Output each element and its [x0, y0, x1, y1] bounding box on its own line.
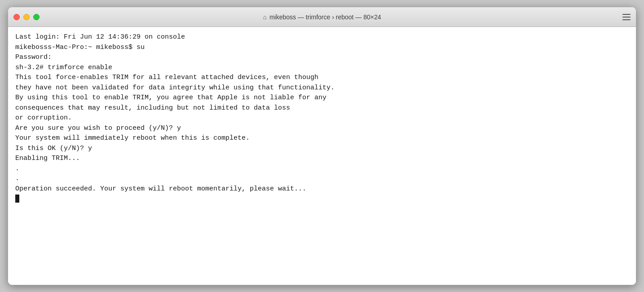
lines-icon[interactable]: [622, 14, 631, 20]
terminal-line: By using this tool to enable TRIM, you a…: [15, 93, 629, 103]
terminal-line: Last login: Fri Jun 12 14:36:29 on conso…: [15, 32, 629, 43]
terminal-line: sh-3.2# trimforce enable: [15, 63, 629, 73]
terminal-line: Operation succeeded. Your system will re…: [15, 184, 629, 195]
window-title: ⌂ mikeboss — trimforce › reboot — 80×24: [263, 13, 381, 21]
titlebar-actions: [622, 14, 631, 20]
terminal-line: Enabling TRIM...: [15, 154, 629, 164]
title-text: mikeboss — trimforce › reboot — 80×24: [269, 13, 381, 21]
terminal-line: .: [15, 164, 629, 174]
terminal-line: Is this OK (y/N)? y: [15, 144, 629, 154]
terminal-line: .: [15, 174, 629, 184]
terminal-line: Are you sure you wish to proceed (y/N)? …: [15, 124, 629, 134]
terminal-line: consequences that may result, including …: [15, 103, 629, 114]
terminal-line: This tool force-enables TRIM for all rel…: [15, 73, 629, 83]
home-icon: ⌂: [263, 13, 266, 21]
close-button[interactable]: [13, 14, 20, 20]
terminal-line: Your system will immediately reboot when…: [15, 133, 629, 144]
terminal-window: ⌂ mikeboss — trimforce › reboot — 80×24 …: [8, 7, 636, 285]
maximize-button[interactable]: [33, 14, 40, 20]
terminal-body[interactable]: Last login: Fri Jun 12 14:36:29 on conso…: [8, 27, 636, 285]
terminal-line: mikebosss-Mac-Pro:~ mikeboss$ su: [15, 43, 629, 53]
terminal-line: or corruption.: [15, 113, 629, 124]
traffic-lights: [13, 14, 40, 20]
terminal-line: Password:: [15, 53, 629, 63]
cursor: [15, 195, 19, 203]
terminal-line: they have not been validated for data in…: [15, 83, 629, 93]
minimize-button[interactable]: [23, 14, 30, 20]
titlebar: ⌂ mikeboss — trimforce › reboot — 80×24: [8, 7, 636, 27]
